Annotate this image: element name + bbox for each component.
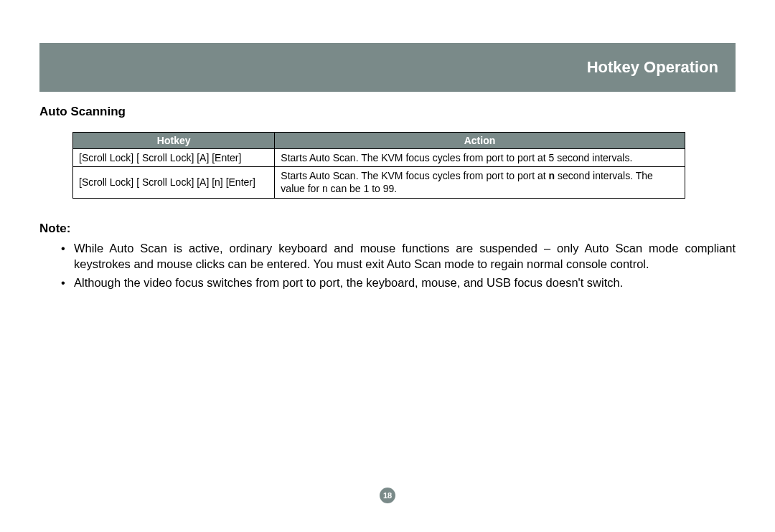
- list-item: While Auto Scan is active, ordinary keyb…: [61, 240, 736, 272]
- action-text-prefix: Starts Auto Scan. The KVM focus cycles f…: [281, 170, 548, 181]
- action-text-bold: n: [549, 170, 555, 181]
- hotkey-table: Hotkey Action [Scroll Lock] [ Scroll Loc…: [72, 132, 685, 199]
- hotkey-cell: [Scroll Lock] [ Scroll Lock] [A] [n] [En…: [73, 167, 275, 198]
- table-header-action: Action: [275, 133, 685, 149]
- hotkey-cell: [Scroll Lock] [ Scroll Lock] [A] [Enter]: [73, 149, 275, 167]
- table-header-hotkey: Hotkey: [73, 133, 275, 149]
- action-cell: Starts Auto Scan. The KVM focus cycles f…: [275, 167, 685, 198]
- table-row: [Scroll Lock] [ Scroll Lock] [A] [Enter]…: [73, 149, 685, 167]
- page-number-badge: 18: [380, 488, 395, 503]
- header-banner: Hotkey Operation: [39, 43, 736, 92]
- section-heading: Auto Scanning: [39, 105, 736, 119]
- action-cell: Starts Auto Scan. The KVM focus cycles f…: [275, 149, 685, 167]
- note-list: While Auto Scan is active, ordinary keyb…: [39, 240, 736, 291]
- document-page: Hotkey Operation Auto Scanning Hotkey Ac…: [0, 0, 775, 322]
- table-row: [Scroll Lock] [ Scroll Lock] [A] [n] [En…: [73, 167, 685, 198]
- page-title: Hotkey Operation: [587, 58, 718, 77]
- list-item: Although the video focus switches from p…: [61, 275, 736, 290]
- table-header-row: Hotkey Action: [73, 133, 685, 149]
- note-heading: Note:: [39, 222, 736, 236]
